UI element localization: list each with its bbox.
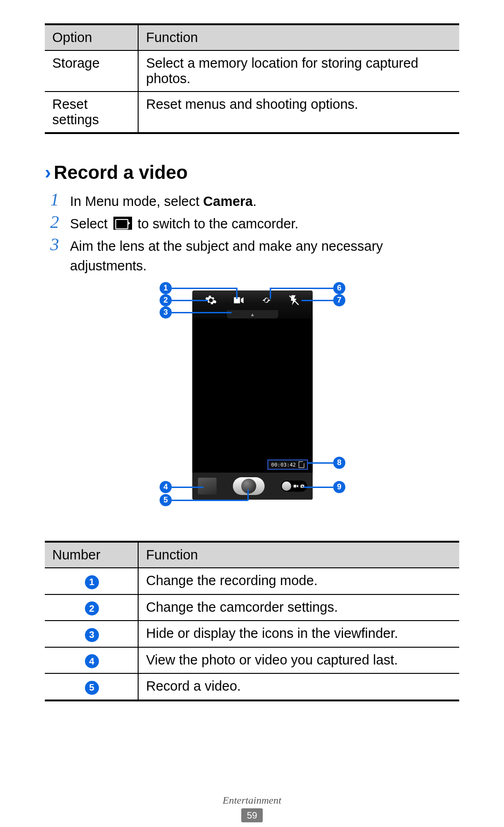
number-badge: 2	[85, 601, 99, 615]
options-header-option: Option	[45, 24, 138, 50]
option-cell: Reset settings	[45, 92, 138, 133]
option-cell: Storage	[45, 50, 138, 92]
step-text-post: to switch to the camcorder.	[134, 216, 299, 231]
callout-header-function: Function	[138, 542, 459, 568]
number-badge: 1	[85, 575, 99, 589]
viewfinder	[192, 318, 313, 473]
camcorder-topbar	[192, 290, 313, 310]
callout-function-cell: Change the recording mode.	[138, 568, 459, 594]
function-cell: Select a memory location for storing cap…	[138, 50, 459, 92]
callout-number-cell: 3	[45, 621, 138, 647]
flash-off-icon	[286, 292, 302, 308]
callout-badge-7: 7	[333, 294, 345, 306]
number-badge: 4	[85, 654, 99, 668]
callout-badge-1: 1	[160, 282, 172, 294]
time-chip: 00:03:42	[267, 459, 308, 470]
callout-badge-2: 2	[160, 294, 172, 306]
table-row: 5 Record a video.	[45, 673, 459, 700]
steps-list: 1 In Menu mode, select Camera. 2 Select …	[48, 190, 459, 276]
page-content: Option Function Storage Select a memory …	[0, 0, 504, 701]
step-1: 1 In Menu mode, select Camera.	[48, 190, 459, 211]
step-3: 3 Aim the lens at the subject and make a…	[48, 234, 459, 276]
table-row: 1 Change the recording mode.	[45, 568, 459, 594]
callout-number-cell: 5	[45, 673, 138, 700]
step-number: 2	[48, 212, 62, 233]
table-row: 2 Change the camcorder settings.	[45, 594, 459, 621]
mode-switch-knob	[282, 481, 291, 491]
options-table: Option Function Storage Select a memory …	[45, 23, 459, 134]
camcorder-icon	[113, 217, 132, 230]
storage-icon	[299, 461, 304, 468]
diagram-wrap: ▲ 00:03:42 1	[45, 284, 459, 527]
section-heading: › Record a video	[45, 162, 459, 183]
table-row: 3 Hide or display the icons in the viewf…	[45, 621, 459, 647]
callout-badge-3: 3	[160, 306, 172, 318]
svg-rect-1	[294, 485, 296, 488]
timecode-text: 00:03:42	[271, 462, 296, 468]
step-text: Aim the lens at the subject and make any…	[70, 234, 459, 276]
function-cell: Reset menus and shooting options.	[138, 92, 459, 133]
chevron-icon: ›	[45, 163, 51, 182]
hide-bar: ▲	[227, 310, 278, 318]
step-text-pre: Select	[70, 216, 112, 231]
callout-number-cell: 1	[45, 568, 138, 594]
step-text-pre: In Menu mode, select	[70, 194, 203, 209]
callout-header-number: Number	[45, 542, 138, 568]
callout-badge-5: 5	[160, 494, 172, 506]
callout-badge-8: 8	[333, 457, 345, 469]
table-row: 4 View the photo or video you captured l…	[45, 647, 459, 674]
callout-badge-9: 9	[333, 481, 345, 493]
phone-screenshot: ▲ 00:03:42	[192, 290, 313, 500]
table-row: Reset settings Reset menus and shooting …	[45, 92, 459, 133]
page-number: 59	[241, 808, 263, 822]
footer-chapter: Entertainment	[0, 794, 504, 806]
table-row: Storage Select a memory location for sto…	[45, 50, 459, 92]
camcorder-diagram: ▲ 00:03:42 1	[121, 284, 383, 527]
mode-switch	[281, 481, 307, 492]
step-text-bold: Camera	[203, 194, 252, 209]
callout-function-cell: Change the camcorder settings.	[138, 594, 459, 621]
callout-function-cell: Record a video.	[138, 673, 459, 700]
callout-table: Number Function 1 Change the recording m…	[45, 541, 459, 701]
record-button	[233, 477, 265, 495]
switch-camera-icon	[259, 292, 274, 308]
callout-number-cell: 2	[45, 594, 138, 621]
camcorder-bottombar	[192, 473, 313, 500]
callout-function-cell: View the photo or video you captured las…	[138, 647, 459, 674]
callout-number-cell: 4	[45, 647, 138, 674]
step-2: 2 Select to switch to the camcorder.	[48, 212, 459, 233]
step-number: 3	[48, 234, 62, 276]
callout-badge-6: 6	[333, 282, 345, 294]
step-text: In Menu mode, select Camera.	[70, 190, 459, 211]
step-text-post: .	[253, 194, 257, 209]
callout-badge-4: 4	[160, 481, 172, 493]
number-badge: 3	[85, 628, 99, 642]
section-title: Record a video	[54, 162, 188, 183]
thumbnail-icon	[198, 478, 217, 495]
recording-mode-icon	[231, 292, 246, 308]
step-number: 1	[48, 190, 62, 211]
callout-function-cell: Hide or display the icons in the viewfin…	[138, 621, 459, 647]
number-badge: 5	[85, 681, 99, 695]
options-header-function: Function	[138, 24, 459, 50]
step-text: Select to switch to the camcorder.	[70, 212, 459, 233]
